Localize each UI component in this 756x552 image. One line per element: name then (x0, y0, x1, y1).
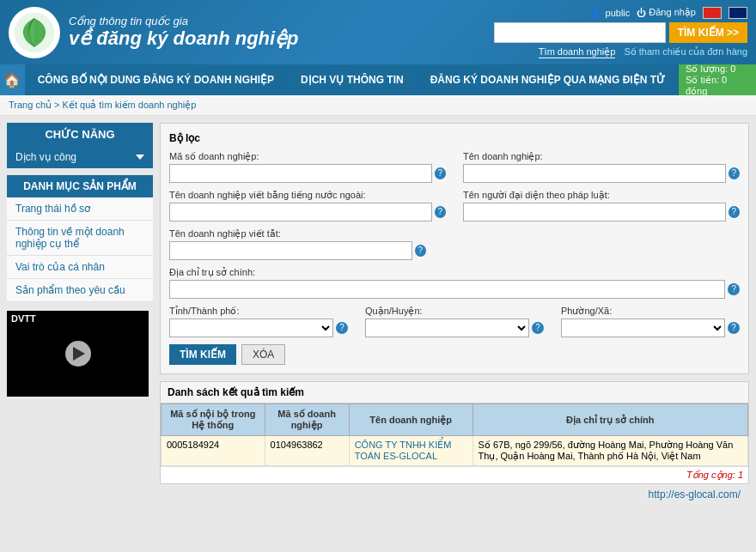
help-icon-tinh[interactable]: ? (336, 322, 348, 334)
header-right: 👤 public ⏻ Đăng nhập TÌM KIẾM >> Tìm doa… (494, 7, 747, 58)
content-area: Bộ lọc Mã số doanh nghiệp: ? Tên doanh n… (160, 123, 749, 505)
play-button[interactable] (65, 341, 91, 367)
help-icon-dia-chi[interactable]: ? (728, 283, 740, 295)
help-icon-quan[interactable]: ? (532, 322, 544, 334)
user-label: public (606, 8, 631, 18)
tab-reference[interactable]: Số tham chiếu của đơn hàng (624, 46, 747, 58)
results-box: Danh sách kết quả tìm kiếm Mã số nội bộ … (160, 381, 749, 484)
label-ma-so-dn: Mã số doanh nghiệp: (169, 151, 446, 162)
header-top-right: 👤 public ⏻ Đăng nhập (590, 7, 747, 19)
results-title: Danh sách kết quả tìm kiếm (161, 382, 748, 403)
filter-title: Bộ lọc (169, 132, 740, 144)
dvtt-video-box[interactable]: DVTT (7, 311, 149, 397)
nav-bar: 🏠 CÔNG BỐ NỘI DUNG ĐĂNG KÝ DOANH NGHIỆP … (0, 64, 756, 95)
cart-area: Số lượng: 0 Số tiền: 0 đồng (679, 64, 756, 95)
input-dia-chi[interactable] (169, 280, 725, 299)
input-nguoi-dai-dien[interactable] (463, 203, 726, 221)
search-input[interactable] (494, 22, 666, 43)
sidebar-danh-muc-title: DANH MỤC SẢN PHẨM (7, 175, 153, 197)
col-ma-noi-bo: Mã số nội bộ trong Hệ thống (162, 404, 265, 436)
input-ten-viet-tat[interactable] (169, 241, 412, 260)
filter-field-nguoi-dai-dien: Tên người đại diện theo pháp luật: ? (463, 190, 740, 221)
col-dia-chi: Địa chỉ trụ sở chính (472, 404, 747, 436)
header-title: Cổng thông tin quốc gia về đăng ký doanh… (69, 15, 299, 50)
nav-item-congbo[interactable]: CÔNG BỐ NỘI DUNG ĐĂNG KÝ DOANH NGHIỆP (25, 64, 288, 95)
footer-link: http://es-glocal.com/ (160, 484, 749, 505)
total-value: 1 (738, 470, 743, 480)
filter-row-5: Tỉnh/Thành phố: ? Quận/Huyện: ? Phường/X… (169, 306, 740, 337)
input-ten-nuoc-ngoai[interactable] (169, 203, 432, 221)
select-quan[interactable] (365, 318, 529, 337)
footer-url[interactable]: http://es-glocal.com/ (649, 488, 741, 500)
search-button[interactable]: TÌM KIẾM >> (669, 22, 747, 43)
filter-field-dia-chi: Địa chỉ trụ sở chính: ? (169, 267, 740, 299)
home-icon: 🏠 (3, 72, 21, 88)
dvtt-label: DVTT (11, 313, 36, 324)
help-icon-ten-dn[interactable]: ? (729, 167, 740, 179)
filter-field-ma-so-dn: Mã số doanh nghiệp: ? (169, 151, 446, 183)
cell-ma-so-dn: 0104963862 (265, 436, 349, 466)
sidebar-item-thong-tin[interactable]: Thông tin về một doanh nghiệp cụ thể (7, 221, 153, 256)
sidebar-item-san-pham[interactable]: Sản phẩm theo yêu cầu (7, 279, 153, 302)
filter-buttons: TÌM KIẾM XÓA (169, 344, 740, 365)
breadcrumb-current: Kết quả tìm kiếm doanh nghiệp (63, 100, 197, 110)
filter-row-2: Tên doanh nghiệp viết bằng tiếng nước ng… (169, 190, 740, 221)
col-ma-so-dn: Mã số doanh nghiệp (265, 404, 349, 436)
help-icon-nguoi-dai-dien[interactable]: ? (729, 206, 740, 218)
filter-field-ten-viet-tat: Tên doanh nghiệp viết tắt: ? (169, 228, 426, 260)
help-icon-phuong[interactable]: ? (728, 322, 740, 334)
label-ten-dn: Tên doanh nghiệp: (463, 151, 740, 162)
cell-ma-noi-bo: 0005184924 (162, 436, 265, 466)
sidebar-item-vai-tro[interactable]: Vai trò của cá nhân (7, 256, 153, 279)
help-icon-viet-tat[interactable]: ? (415, 245, 426, 257)
breadcrumb-home[interactable]: Trang chủ (9, 100, 52, 110)
filter-field-tinh: Tỉnh/Thành phố: ? (169, 306, 348, 337)
play-icon (73, 347, 85, 361)
nav-home-button[interactable]: 🏠 (0, 64, 25, 95)
filter-row-3: Tên doanh nghiệp viết tắt: ? (169, 228, 740, 260)
nav-item-dichvu[interactable]: DỊCH VỤ THÔNG TIN (288, 64, 418, 95)
input-ma-so-dn[interactable] (169, 164, 432, 183)
logo-area: Cổng thông tin quốc gia về đăng ký doanh… (9, 7, 494, 58)
cell-ten-dn[interactable]: CÔNG TY TNHH KIỂM TOÁN ES-GLOCAL (349, 436, 472, 466)
label-phuong: Phường/Xã: (561, 306, 740, 317)
cart-so-tien: Số tiền: 0 đồng (686, 75, 749, 97)
header: Cổng thông tin quốc gia về đăng ký doanh… (0, 0, 756, 64)
cart-so-luong: Số lượng: 0 (686, 64, 749, 75)
sidebar-dich-vu-cong-label: Dịch vụ công (15, 151, 76, 163)
power-icon: ⏻ (637, 8, 646, 18)
filter-row-1: Mã số doanh nghiệp: ? Tên doanh nghiệp: … (169, 151, 740, 183)
flag-vn-icon[interactable] (703, 7, 722, 19)
sidebar-dich-vu-cong[interactable]: Dịch vụ công (7, 146, 153, 168)
table-header-row: Mã số nội bộ trong Hệ thống Mã số doanh … (162, 404, 748, 436)
filter-field-phuong: Phường/Xã: ? (561, 306, 740, 337)
select-phuong[interactable] (561, 318, 725, 337)
select-tinh[interactable] (169, 318, 333, 337)
login-label: Đăng nhập (649, 7, 696, 18)
header-main-text: về đăng ký doanh nghiệp (69, 27, 299, 50)
label-ten-viet-tat: Tên doanh nghiệp viết tắt: (169, 228, 426, 240)
help-icon-nuoc-ngoai[interactable]: ? (435, 206, 446, 218)
sidebar-chuc-nang-title: CHỨC NĂNG (7, 123, 153, 146)
tab-business[interactable]: Tìm doanh nghiệp (539, 46, 616, 58)
label-ten-nuoc-ngoai: Tên doanh nghiệp viết bằng tiếng nước ng… (169, 190, 446, 201)
total-label: Tổng cộng: (686, 470, 735, 480)
btn-search[interactable]: TÌM KIẾM (169, 344, 236, 365)
filter-box: Bộ lọc Mã số doanh nghiệp: ? Tên doanh n… (160, 123, 749, 374)
user-info: 👤 public (590, 7, 631, 18)
flag-en-icon[interactable] (729, 7, 747, 19)
help-icon-ma-so[interactable]: ? (435, 167, 446, 179)
header-top-text: Cổng thông tin quốc gia (69, 15, 299, 27)
label-nguoi-dai-dien: Tên người đại diện theo pháp luật: (463, 190, 740, 201)
input-ten-dn[interactable] (463, 164, 726, 183)
search-area: TÌM KIẾM >> (494, 22, 747, 43)
nav-item-dangky[interactable]: ĐĂNG KÝ DOANH NGHIỆP QUA MẠNG ĐIỆN TỬ (418, 64, 679, 95)
login-button[interactable]: ⏻ Đăng nhập (637, 7, 696, 18)
filter-row-4: Địa chỉ trụ sở chính: ? (169, 267, 740, 299)
cell-dia-chi: Số 67B, ngõ 299/56, đường Hoàng Mai, Phư… (472, 436, 747, 466)
col-ten-dn: Tên doanh nghiệp (349, 404, 472, 436)
btn-clear[interactable]: XÓA (241, 344, 285, 365)
user-icon: 👤 (590, 7, 602, 18)
sidebar-item-trang-thai[interactable]: Trang thái hồ sơ (7, 197, 153, 221)
breadcrumb: Trang chủ > Kết quả tìm kiếm doanh nghiệ… (0, 95, 756, 116)
